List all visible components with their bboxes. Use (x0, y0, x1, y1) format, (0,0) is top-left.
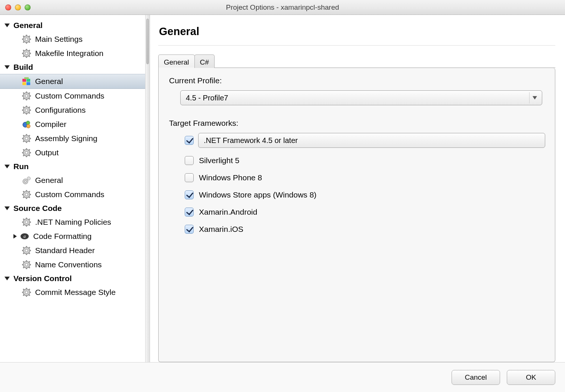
target-framework-select[interactable]: .NET Framework 4.5 or later (198, 133, 545, 148)
tab-panel-general: Current Profile: 4.5 - Profile7 Target F… (158, 68, 555, 362)
dialog-footer: Cancel OK (0, 362, 565, 392)
sidebar-section-build[interactable]: Build (0, 60, 145, 74)
sidebar-item-general[interactable]: General (0, 74, 145, 89)
current-profile-select[interactable]: 4.5 - Profile7 (180, 90, 542, 105)
sidebar-section-version-control[interactable]: Version Control (0, 272, 145, 285)
window-title: Project Options - xamarinpcl-shared (0, 3, 565, 12)
target-framework-row: Xamarin.iOS (185, 225, 545, 234)
gear-icon (22, 34, 31, 44)
target-frameworks-label: Target Frameworks: (169, 119, 545, 128)
sidebar-item-label: Configurations (35, 106, 85, 115)
sidebar-item-label: Name Conventions (35, 260, 102, 269)
close-window-button[interactable] (5, 4, 11, 10)
gear-icon (22, 134, 31, 143)
sidebar-item-main-settings[interactable]: Main Settings (0, 32, 145, 46)
brick-icon (22, 77, 31, 86)
sidebar-item-general[interactable]: General (0, 173, 145, 187)
sidebar-item-label: General (35, 77, 63, 86)
disclosure-triangle-icon (4, 206, 10, 210)
button-label: Cancel (465, 373, 487, 382)
sidebar-item-label: Main Settings (35, 35, 82, 44)
sidebar-item-label: .NET Naming Policies (35, 218, 111, 227)
target-framework-row: Xamarin.Android (185, 208, 545, 217)
expand-arrow-icon (13, 234, 17, 239)
sidebar-item-code-formatting[interactable]: Code Formatting (0, 229, 145, 243)
sidebar-section-source-code[interactable]: Source Code (0, 202, 145, 215)
tab-strip: General C# (158, 54, 555, 68)
target-framework-row: Silverlight 5 (185, 156, 545, 165)
minimize-window-button[interactable] (15, 4, 21, 10)
section-label: Source Code (13, 204, 62, 213)
sidebar-item-output[interactable]: Output (0, 146, 145, 160)
gear-small-icon (22, 175, 31, 185)
sidebar-item-commit-message-style[interactable]: Commit Message Style (0, 285, 145, 299)
gear-icon (22, 287, 31, 297)
target-framework-label: Silverlight 5 (199, 156, 240, 165)
target-framework-row: Windows Phone 8 (185, 173, 545, 182)
target-framework-checkbox[interactable] (185, 156, 194, 165)
sidebar-item-standard-header[interactable]: Standard Header (0, 243, 145, 258)
gear-icon (22, 246, 31, 255)
page-title: General (159, 25, 555, 38)
target-framework-label: Xamarin.iOS (199, 225, 243, 234)
chevron-down-icon (529, 92, 540, 103)
target-framework-row: .NET Framework 4.5 or later (185, 133, 545, 148)
target-framework-checkbox[interactable] (185, 190, 194, 199)
gear-icon (22, 105, 31, 115)
sidebar-item-compiler[interactable]: Compiler (0, 117, 145, 131)
tab-label: General (164, 58, 189, 66)
gear-icon (22, 260, 31, 270)
sidebar-item-label: Custom Commands (35, 190, 104, 199)
target-framework-row: Windows Store apps (Windows 8) (185, 190, 545, 199)
disclosure-triangle-icon (4, 65, 10, 69)
section-label: Version Control (13, 274, 72, 283)
disclosure-triangle-icon (4, 24, 10, 27)
target-framework-checkbox[interactable] (185, 208, 194, 217)
target-framework-label: Windows Phone 8 (199, 173, 262, 182)
sidebar-item-label: Code Formatting (33, 232, 91, 241)
button-label: OK (526, 373, 536, 382)
gear-icon (22, 49, 31, 58)
cancel-button[interactable]: Cancel (452, 370, 500, 385)
gear-icon (22, 190, 31, 199)
sidebar: GeneralMain SettingsMakefile Integration… (0, 15, 146, 362)
sidebar-item-custom-commands[interactable]: Custom Commands (0, 89, 145, 103)
sidebar-item-label: Standard Header (35, 246, 95, 255)
target-framework-checkbox[interactable] (185, 173, 194, 182)
select-value: .NET Framework 4.5 or later (204, 136, 298, 145)
sidebar-section-run[interactable]: Run (0, 160, 145, 173)
tab-csharp[interactable]: C# (194, 55, 215, 68)
sidebar-item-label: General (35, 176, 63, 185)
formatting-icon (20, 231, 29, 241)
sidebar-item-name-conventions[interactable]: Name Conventions (0, 258, 145, 272)
target-framework-label: Xamarin.Android (199, 208, 257, 217)
target-framework-checkbox[interactable] (185, 225, 194, 234)
target-framework-label: Windows Store apps (Windows 8) (199, 190, 316, 199)
divider (158, 45, 555, 46)
ok-button[interactable]: OK (507, 370, 555, 385)
disclosure-triangle-icon (4, 165, 10, 168)
sidebar-item-custom-commands[interactable]: Custom Commands (0, 187, 145, 202)
section-label: Run (13, 162, 29, 171)
gear-icon (22, 217, 31, 227)
gear-icon (22, 91, 31, 101)
sidebar-section-general[interactable]: General (0, 19, 145, 32)
sidebar-scrollbar[interactable] (146, 15, 150, 362)
sidebar-item-net-naming-policies[interactable]: .NET Naming Policies (0, 215, 145, 229)
sidebar-item-label: Compiler (35, 120, 66, 129)
sidebar-item-makefile-integration[interactable]: Makefile Integration (0, 46, 145, 60)
sidebar-item-label: Assembly Signing (35, 134, 97, 143)
sidebar-item-label: Output (35, 148, 59, 157)
tab-label: C# (200, 58, 209, 66)
current-profile-label: Current Profile: (169, 76, 545, 85)
sidebar-item-configurations[interactable]: Configurations (0, 103, 145, 117)
main-panel: General General C# Current Profile: 4.5 … (150, 15, 565, 362)
gear-icon (22, 148, 31, 158)
target-framework-checkbox[interactable] (185, 136, 194, 145)
sidebar-item-assembly-signing[interactable]: Assembly Signing (0, 131, 145, 146)
window-titlebar: Project Options - xamarinpcl-shared (0, 0, 565, 15)
zoom-window-button[interactable] (25, 4, 31, 10)
tab-general[interactable]: General (158, 55, 195, 68)
sidebar-item-label: Makefile Integration (35, 49, 103, 58)
disclosure-triangle-icon (4, 277, 10, 280)
